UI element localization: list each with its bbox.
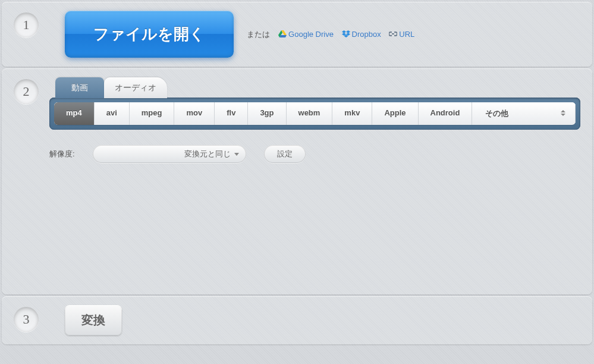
format-mkv[interactable]: mkv [332, 102, 372, 125]
step-2-panel: 2 動画 オーディオ mp4avimpegmovflv3gpwebmmkvApp… [2, 68, 592, 294]
or-row: または Google Drive Dropbox URL [247, 29, 414, 40]
tab-video[interactable]: 動画 [55, 77, 104, 98]
format-android[interactable]: Android [419, 102, 473, 125]
or-text: または [247, 30, 270, 39]
options-row: 解像度: 変換元と同じ 設定 [49, 145, 580, 163]
updown-icon [558, 108, 568, 118]
resolution-dropdown[interactable]: 変換元と同じ [93, 145, 246, 163]
dropbox-icon [342, 30, 350, 39]
format-apple[interactable]: Apple [372, 102, 418, 125]
format-mp4[interactable]: mp4 [54, 102, 95, 125]
dropbox-link[interactable]: Dropbox [342, 30, 381, 39]
format-mpeg[interactable]: mpeg [130, 102, 175, 125]
step-number-3: 3 [14, 307, 39, 332]
format-3gp[interactable]: 3gp [248, 102, 286, 125]
format-bar: mp4avimpegmovflv3gpwebmmkvAppleAndroidその… [49, 98, 580, 130]
step-number-1: 1 [14, 12, 39, 37]
resolution-value: 変換元と同じ [184, 149, 231, 159]
link-icon [389, 30, 397, 39]
url-link[interactable]: URL [389, 30, 414, 39]
open-file-button[interactable]: ファイルを開く [65, 11, 234, 58]
step-1-panel: 1 ファイルを開く または Google Drive Dropbox URL [2, 2, 592, 67]
media-type-tabs: 動画 オーディオ [55, 77, 580, 98]
google-drive-link[interactable]: Google Drive [278, 30, 334, 39]
format-avi[interactable]: avi [95, 102, 130, 125]
step-3-panel: 3 変換 [2, 296, 592, 344]
resolution-label: 解像度: [49, 149, 75, 159]
settings-button[interactable]: 設定 [264, 145, 306, 163]
format-list: mp4avimpegmovflv3gpwebmmkvAppleAndroidその… [54, 102, 576, 125]
google-drive-icon [278, 30, 287, 39]
tab-audio[interactable]: オーディオ [104, 77, 167, 98]
format-more[interactable]: その他 [472, 102, 576, 125]
format-webm[interactable]: webm [287, 102, 333, 125]
svg-marker-2 [279, 35, 287, 37]
convert-button[interactable]: 変換 [65, 305, 122, 335]
format-mov[interactable]: mov [174, 102, 215, 125]
chevron-down-icon [234, 153, 239, 156]
step-number-2: 2 [14, 79, 39, 104]
format-flv[interactable]: flv [215, 102, 248, 125]
